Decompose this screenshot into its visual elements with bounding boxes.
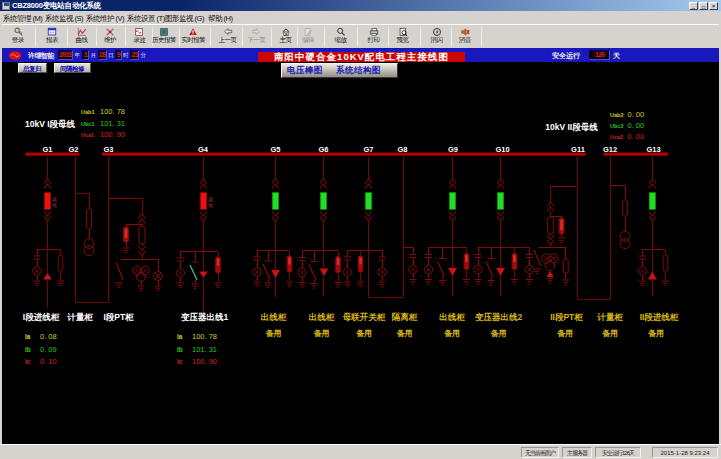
svg-text:Uab1: Uab1 — [81, 109, 94, 115]
svg-text:G1: G1 — [42, 145, 52, 154]
svg-text:出线柜: 出线柜 — [439, 312, 465, 322]
svg-text:计量柜: 计量柜 — [66, 312, 93, 322]
svg-text:G6: G6 — [318, 145, 328, 154]
svg-text:Ib: Ib — [25, 346, 31, 353]
svg-text:II段进线柜: II段进线柜 — [640, 312, 679, 322]
svg-text:Ia: Ia — [25, 333, 31, 340]
svg-text:G7: G7 — [363, 145, 373, 154]
svg-text:备用: 备用 — [266, 329, 282, 338]
svg-text:10kV I段母线: 10kV I段母线 — [25, 119, 76, 129]
svg-text:Ubc2: Ubc2 — [610, 123, 623, 129]
svg-text:G8: G8 — [397, 145, 407, 154]
svg-text:0. 00: 0. 00 — [628, 110, 645, 119]
svg-text:出线柜: 出线柜 — [309, 312, 335, 322]
svg-text:Ic: Ic — [25, 358, 31, 365]
svg-text:0. 08: 0. 08 — [40, 332, 57, 341]
svg-text:0. 09: 0. 09 — [40, 345, 57, 354]
svg-text:备用: 备用 — [356, 329, 372, 338]
svg-text:计量柜: 计量柜 — [596, 312, 623, 322]
svg-text:G5: G5 — [270, 145, 280, 154]
svg-text:100. 78: 100. 78 — [192, 332, 217, 341]
svg-text:备用: 备用 — [397, 329, 413, 338]
svg-text:II段PT柜: II段PT柜 — [550, 312, 583, 322]
svg-text:Uca2: Uca2 — [610, 134, 623, 140]
svg-text:100. 90: 100. 90 — [100, 130, 125, 139]
svg-text:备用: 备用 — [557, 329, 573, 338]
svg-text:I段进线柜: I段进线柜 — [23, 312, 60, 322]
svg-text:101. 31: 101. 31 — [100, 119, 125, 128]
svg-text:Ubc1: Ubc1 — [81, 121, 94, 127]
svg-text:G12: G12 — [603, 145, 617, 154]
svg-text:G4: G4 — [198, 145, 209, 154]
svg-text:出线柜: 出线柜 — [261, 312, 287, 322]
svg-text:备用: 备用 — [314, 329, 330, 338]
svg-text:备用: 备用 — [648, 329, 664, 338]
svg-text:备用: 备用 — [491, 329, 507, 338]
svg-text:I段PT柜: I段PT柜 — [103, 312, 134, 322]
svg-text:地: 地 — [207, 202, 213, 208]
svg-text:G10: G10 — [495, 145, 509, 154]
svg-text:100. 78: 100. 78 — [100, 107, 125, 116]
svg-text:地: 地 — [51, 202, 57, 208]
svg-text:变压器出线2: 变压器出线2 — [474, 312, 523, 322]
svg-text:0. 10: 0. 10 — [40, 357, 57, 366]
svg-text:0. 00: 0. 00 — [628, 121, 645, 130]
svg-text:G3: G3 — [103, 145, 113, 154]
svg-text:100. 90: 100. 90 — [192, 357, 217, 366]
svg-text:变压器出线1: 变压器出线1 — [180, 312, 229, 322]
svg-text:母联开关柜: 母联开关柜 — [342, 312, 386, 322]
svg-text:Uca1: Uca1 — [81, 132, 94, 138]
svg-text:Uab2: Uab2 — [610, 112, 623, 118]
svg-text:G9: G9 — [448, 145, 458, 154]
svg-text:Ic: Ic — [177, 358, 183, 365]
svg-text:备用: 备用 — [444, 329, 460, 338]
svg-text:0. 00: 0. 00 — [628, 132, 645, 141]
svg-text:Ib: Ib — [177, 346, 183, 353]
svg-text:Ia: Ia — [177, 333, 183, 340]
svg-text:101. 31: 101. 31 — [192, 345, 217, 354]
svg-text:G2: G2 — [68, 145, 78, 154]
svg-text:隔离柜: 隔离柜 — [392, 312, 418, 322]
svg-text:G11: G11 — [571, 145, 585, 154]
svg-text:G13: G13 — [646, 145, 660, 154]
svg-text:10kV II段母线: 10kV II段母线 — [545, 122, 598, 132]
svg-text:备用: 备用 — [602, 329, 618, 338]
